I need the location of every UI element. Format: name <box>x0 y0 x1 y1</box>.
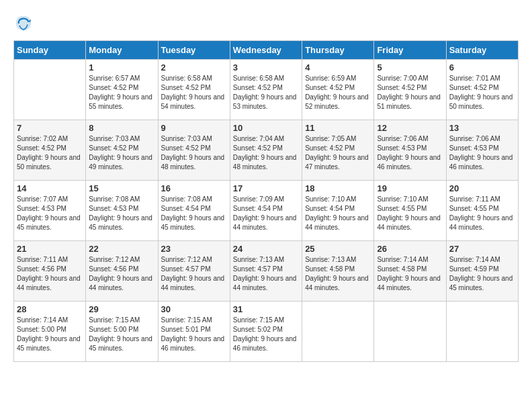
sunrise-text: Sunrise: 7:10 AM <box>377 195 443 204</box>
week-row-1: 1Sunrise: 6:57 AMSunset: 4:52 PMDaylight… <box>14 60 519 120</box>
day-info: Sunrise: 7:11 AMSunset: 4:55 PMDaylight:… <box>449 195 515 232</box>
sunrise-text: Sunrise: 7:09 AM <box>233 195 299 204</box>
day-cell: 13Sunrise: 7:06 AMSunset: 4:53 PMDayligh… <box>446 120 518 181</box>
day-cell: 6Sunrise: 7:01 AMSunset: 4:52 PMDaylight… <box>446 60 518 120</box>
day-info: Sunrise: 7:00 AMSunset: 4:52 PMDaylight:… <box>377 74 443 111</box>
day-number: 27 <box>449 244 515 254</box>
header-cell-monday: Monday <box>86 41 158 60</box>
sunset-text: Sunset: 4:59 PM <box>449 265 515 274</box>
day-info: Sunrise: 7:15 AMSunset: 5:02 PMDaylight:… <box>233 316 299 353</box>
day-number: 1 <box>89 62 154 73</box>
day-cell: 15Sunrise: 7:08 AMSunset: 4:53 PMDayligh… <box>86 181 158 241</box>
day-info: Sunrise: 7:04 AMSunset: 4:52 PMDaylight:… <box>233 134 299 172</box>
sunrise-text: Sunrise: 7:03 AM <box>89 134 154 144</box>
sunrise-text: Sunrise: 7:02 AM <box>17 134 83 144</box>
day-info: Sunrise: 7:08 AMSunset: 4:54 PMDaylight:… <box>161 195 227 232</box>
sunset-text: Sunset: 4:53 PM <box>377 144 443 153</box>
day-cell: 8Sunrise: 7:03 AMSunset: 4:52 PMDaylight… <box>86 120 158 181</box>
sunset-text: Sunset: 4:52 PM <box>449 83 515 93</box>
day-number: 10 <box>233 123 299 133</box>
daylight-text: Daylight: 9 hours and 44 minutes. <box>161 274 227 293</box>
day-info: Sunrise: 7:12 AMSunset: 4:56 PMDaylight:… <box>89 255 154 293</box>
sunrise-text: Sunrise: 7:13 AM <box>305 255 371 265</box>
sunset-text: Sunset: 4:53 PM <box>89 204 154 214</box>
daylight-text: Daylight: 9 hours and 45 minutes. <box>17 334 83 353</box>
day-number: 16 <box>161 183 227 193</box>
sunrise-text: Sunrise: 7:07 AM <box>17 195 83 204</box>
sunrise-text: Sunrise: 6:58 AM <box>161 74 227 83</box>
calendar-table: SundayMondayTuesdayWednesdayThursdayFrid… <box>13 40 519 362</box>
day-number: 21 <box>17 244 83 254</box>
header-cell-wednesday: Wednesday <box>230 41 302 60</box>
logo <box>13 13 36 34</box>
daylight-text: Daylight: 9 hours and 44 minutes. <box>17 274 83 293</box>
day-number: 23 <box>161 244 227 254</box>
sunrise-text: Sunrise: 6:58 AM <box>233 74 299 83</box>
sunset-text: Sunset: 4:57 PM <box>161 265 227 274</box>
daylight-text: Daylight: 9 hours and 44 minutes. <box>377 214 443 232</box>
sunset-text: Sunset: 4:52 PM <box>305 144 371 153</box>
day-number: 15 <box>89 183 154 193</box>
day-info: Sunrise: 7:11 AMSunset: 4:56 PMDaylight:… <box>17 255 83 293</box>
calendar-body: 1Sunrise: 6:57 AMSunset: 4:52 PMDaylight… <box>14 60 519 362</box>
day-info: Sunrise: 7:02 AMSunset: 4:52 PMDaylight:… <box>17 134 83 172</box>
daylight-text: Daylight: 9 hours and 46 minutes. <box>161 334 227 353</box>
daylight-text: Daylight: 9 hours and 44 minutes. <box>233 214 299 232</box>
daylight-text: Daylight: 9 hours and 53 minutes. <box>233 93 299 111</box>
day-info: Sunrise: 7:06 AMSunset: 4:53 PMDaylight:… <box>377 134 443 172</box>
day-cell: 29Sunrise: 7:15 AMSunset: 5:00 PMDayligh… <box>86 302 158 362</box>
day-number: 9 <box>161 123 227 133</box>
week-row-3: 14Sunrise: 7:07 AMSunset: 4:53 PMDayligh… <box>14 181 519 241</box>
day-info: Sunrise: 7:15 AMSunset: 5:00 PMDaylight:… <box>89 316 154 353</box>
day-info: Sunrise: 7:10 AMSunset: 4:55 PMDaylight:… <box>377 195 443 232</box>
sunrise-text: Sunrise: 7:15 AM <box>233 316 299 325</box>
daylight-text: Daylight: 9 hours and 51 minutes. <box>377 93 443 111</box>
day-number: 3 <box>233 62 299 73</box>
sunset-text: Sunset: 5:01 PM <box>161 325 227 334</box>
sunset-text: Sunset: 4:54 PM <box>233 204 299 214</box>
daylight-text: Daylight: 9 hours and 55 minutes. <box>89 93 154 111</box>
sunset-text: Sunset: 4:54 PM <box>305 204 371 214</box>
daylight-text: Daylight: 9 hours and 45 minutes. <box>17 214 83 232</box>
sunrise-text: Sunrise: 7:15 AM <box>89 316 154 325</box>
day-cell: 7Sunrise: 7:02 AMSunset: 4:52 PMDaylight… <box>14 120 86 181</box>
daylight-text: Daylight: 9 hours and 48 minutes. <box>161 153 227 172</box>
sunset-text: Sunset: 5:00 PM <box>89 325 154 334</box>
day-cell: 27Sunrise: 7:14 AMSunset: 4:59 PMDayligh… <box>446 241 518 302</box>
sunrise-text: Sunrise: 7:14 AM <box>449 255 515 265</box>
day-cell: 10Sunrise: 7:04 AMSunset: 4:52 PMDayligh… <box>230 120 302 181</box>
sunrise-text: Sunrise: 7:00 AM <box>377 74 443 83</box>
daylight-text: Daylight: 9 hours and 45 minutes. <box>89 334 154 353</box>
day-cell <box>14 60 86 120</box>
day-info: Sunrise: 7:01 AMSunset: 4:52 PMDaylight:… <box>449 74 515 111</box>
sunset-text: Sunset: 4:56 PM <box>89 265 154 274</box>
sunrise-text: Sunrise: 7:15 AM <box>161 316 227 325</box>
day-info: Sunrise: 6:58 AMSunset: 4:52 PMDaylight:… <box>161 74 227 111</box>
day-cell: 20Sunrise: 7:11 AMSunset: 4:55 PMDayligh… <box>446 181 518 241</box>
day-number: 29 <box>89 304 154 314</box>
sunset-text: Sunset: 4:52 PM <box>377 83 443 93</box>
sunrise-text: Sunrise: 7:14 AM <box>17 316 83 325</box>
sunset-text: Sunset: 4:52 PM <box>161 144 227 153</box>
day-cell: 25Sunrise: 7:13 AMSunset: 4:58 PMDayligh… <box>302 241 374 302</box>
sunset-text: Sunset: 4:55 PM <box>377 204 443 214</box>
day-cell: 12Sunrise: 7:06 AMSunset: 4:53 PMDayligh… <box>374 120 446 181</box>
sunrise-text: Sunrise: 7:08 AM <box>89 195 154 204</box>
calendar-header: SundayMondayTuesdayWednesdayThursdayFrid… <box>14 41 519 60</box>
day-info: Sunrise: 7:13 AMSunset: 4:57 PMDaylight:… <box>233 255 299 293</box>
sunset-text: Sunset: 5:02 PM <box>233 325 299 334</box>
day-number: 31 <box>233 304 299 314</box>
daylight-text: Daylight: 9 hours and 52 minutes. <box>305 93 371 111</box>
header-cell-thursday: Thursday <box>302 41 374 60</box>
daylight-text: Daylight: 9 hours and 45 minutes. <box>161 214 227 232</box>
day-number: 30 <box>161 304 227 314</box>
sunrise-text: Sunrise: 7:03 AM <box>161 134 227 144</box>
day-cell <box>302 302 374 362</box>
header-cell-sunday: Sunday <box>14 41 86 60</box>
daylight-text: Daylight: 9 hours and 44 minutes. <box>89 274 154 293</box>
day-number: 18 <box>305 183 371 193</box>
logo-icon <box>13 13 34 34</box>
day-info: Sunrise: 7:14 AMSunset: 4:59 PMDaylight:… <box>449 255 515 293</box>
day-cell: 3Sunrise: 6:58 AMSunset: 4:52 PMDaylight… <box>230 60 302 120</box>
day-info: Sunrise: 6:57 AMSunset: 4:52 PMDaylight:… <box>89 74 154 111</box>
